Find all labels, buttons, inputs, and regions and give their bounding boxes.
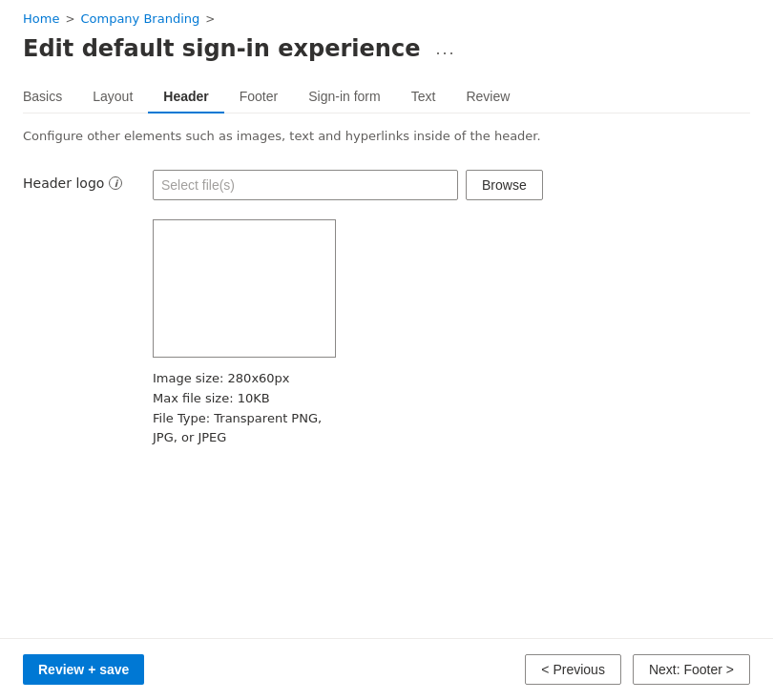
more-options-button[interactable]: ...	[429, 37, 461, 61]
tab-review[interactable]: Review	[450, 81, 525, 113]
tab-signin-form[interactable]: Sign-in form	[293, 81, 395, 113]
previous-button[interactable]: < Previous	[525, 654, 621, 685]
header-logo-row: Header logo i Browse	[23, 170, 750, 200]
footer-bar: Review + save < Previous Next: Footer >	[0, 638, 773, 700]
breadcrumb-home[interactable]: Home	[23, 11, 59, 26]
image-info: Image size: 280x60px Max file size: 10KB…	[153, 369, 750, 448]
breadcrumb-sep1: >	[65, 12, 74, 26]
tab-description: Configure other elements such as images,…	[23, 129, 750, 143]
image-preview-section: Image size: 280x60px Max file size: 10KB…	[153, 219, 750, 448]
next-footer-button[interactable]: Next: Footer >	[633, 654, 750, 685]
tab-footer[interactable]: Footer	[224, 81, 293, 113]
breadcrumb-company-branding[interactable]: Company Branding	[80, 11, 199, 26]
breadcrumb-sep2: >	[205, 12, 215, 26]
browse-button[interactable]: Browse	[466, 170, 543, 200]
tab-header[interactable]: Header	[148, 81, 223, 113]
page-title: Edit default sign-in experience	[23, 35, 420, 62]
page-title-row: Edit default sign-in experience ...	[23, 35, 750, 62]
image-preview-box	[153, 219, 336, 358]
tabs-bar: Basics Layout Header Footer Sign-in form…	[23, 81, 750, 113]
tab-basics[interactable]: Basics	[23, 81, 77, 113]
image-size-text: Image size: 280x60px	[153, 369, 750, 389]
header-logo-label: Header logo i	[23, 170, 137, 191]
image-file-type: File Type: Transparent PNG,	[153, 409, 750, 429]
header-logo-label-text: Header logo	[23, 175, 104, 191]
file-select-input[interactable]	[153, 170, 458, 200]
image-max-file-size: Max file size: 10KB	[153, 389, 750, 409]
image-file-type2: JPG, or JPEG	[153, 428, 750, 448]
info-icon[interactable]: i	[109, 176, 122, 190]
tab-text[interactable]: Text	[396, 81, 451, 113]
file-input-row: Browse	[153, 170, 543, 200]
review-save-button[interactable]: Review + save	[23, 654, 144, 685]
breadcrumb: Home > Company Branding >	[23, 11, 750, 26]
main-content: Home > Company Branding > Edit default s…	[0, 0, 773, 638]
tab-layout[interactable]: Layout	[77, 81, 148, 113]
